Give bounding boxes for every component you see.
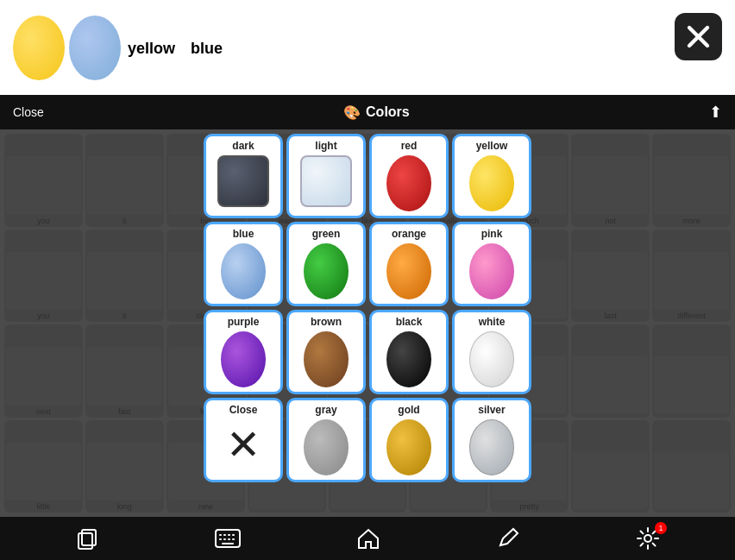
share-icon[interactable]: ⬆ [709, 103, 722, 122]
header-title-icon: 🎨 [343, 104, 361, 121]
gold-oval [386, 419, 431, 475]
svg-rect-8 [232, 534, 235, 536]
header-close-label[interactable]: Close [13, 105, 44, 119]
white-oval [469, 331, 514, 387]
color-cell-purple[interactable]: purple [204, 310, 283, 394]
color-label-gold: gold [398, 404, 419, 416]
color-label-white: white [479, 316, 506, 328]
svg-rect-13 [222, 543, 234, 544]
color-label-dark: dark [232, 140, 254, 152]
color-label-blue: blue [233, 228, 254, 240]
color-label-pink: pink [481, 228, 503, 240]
gray-oval [304, 419, 349, 475]
color-label-red: red [401, 140, 418, 152]
svg-rect-11 [228, 538, 230, 540]
color-cell-gray[interactable]: gray [286, 398, 366, 482]
dark-square [217, 155, 269, 207]
purple-oval [221, 331, 266, 387]
svg-rect-6 [223, 534, 226, 536]
color-label-green: green [312, 228, 341, 240]
keyboard-button[interactable] [215, 529, 241, 548]
color-label-close: Close [229, 404, 258, 416]
top-bar: yellow blue [0, 0, 735, 95]
pencil-button[interactable] [496, 526, 520, 551]
svg-rect-10 [223, 538, 226, 540]
light-square [300, 155, 352, 207]
black-oval [386, 331, 431, 387]
color-cell-red[interactable]: red [369, 134, 449, 218]
colors-popup: dark light red yellow blue green orange [204, 134, 531, 482]
settings-badge: 1 [655, 522, 667, 534]
color-cell-pink[interactable]: pink [452, 222, 531, 306]
color-cell-white[interactable]: white [452, 310, 531, 394]
header-title-group: 🎨 Colors [343, 104, 410, 121]
yellow-oval-container [13, 16, 65, 80]
color-cell-close[interactable]: Close ✕ [204, 398, 283, 482]
close-x-icon [683, 22, 713, 52]
top-ovals [13, 16, 121, 80]
keyboard-icon [215, 529, 241, 548]
home-button[interactable] [356, 526, 380, 551]
silver-oval [469, 419, 514, 475]
pink-oval [469, 243, 514, 299]
svg-rect-12 [232, 538, 235, 540]
oval-labels: yellow blue [121, 40, 223, 58]
blue-label: blue [191, 40, 223, 58]
color-cell-blue[interactable]: blue [204, 222, 283, 306]
yellow-oval [13, 16, 65, 80]
color-label-light: light [315, 140, 336, 152]
color-cell-black[interactable]: black [369, 310, 449, 394]
color-label-gray: gray [315, 404, 336, 416]
svg-rect-3 [82, 530, 96, 545]
color-cell-yellow[interactable]: yellow [452, 134, 531, 218]
red-oval [386, 155, 431, 211]
svg-rect-2 [79, 533, 92, 549]
close-x-button[interactable] [675, 13, 722, 60]
pencil-icon [496, 526, 520, 551]
blue-oval [69, 16, 121, 80]
header-title-text: Colors [366, 104, 410, 120]
main-area: you it big want like really much not mor… [0, 129, 735, 517]
color-cell-green[interactable]: green [286, 222, 366, 306]
color-cell-light[interactable]: light [286, 134, 366, 218]
svg-rect-5 [219, 534, 222, 536]
header-bar: Close 🎨 Colors ⬆ [0, 95, 735, 129]
svg-point-15 [644, 535, 651, 542]
svg-rect-7 [228, 534, 230, 536]
color-label-purple: purple [228, 316, 260, 328]
color-cell-orange[interactable]: orange [369, 222, 449, 306]
color-label-black: black [396, 316, 423, 328]
copy-icon [75, 526, 99, 551]
bottom-bar: 1 [0, 517, 735, 560]
yellow-oval-grid [469, 155, 514, 211]
yellow-label: yellow [128, 40, 175, 58]
color-cell-gold[interactable]: gold [369, 398, 449, 482]
settings-button[interactable]: 1 [636, 526, 660, 551]
blue-oval-container [69, 16, 121, 80]
home-icon [356, 526, 380, 551]
color-label-orange: orange [392, 228, 426, 240]
svg-rect-9 [219, 538, 222, 540]
color-label-yellow: yellow [476, 140, 508, 152]
copy-button[interactable] [75, 526, 99, 551]
color-label-silver: silver [478, 404, 505, 416]
color-cell-brown[interactable]: brown [286, 310, 366, 394]
orange-oval [386, 243, 431, 299]
blue-oval-grid [221, 243, 266, 299]
close-x-shape: ✕ [217, 419, 269, 471]
color-label-brown: brown [311, 316, 342, 328]
brown-oval [304, 331, 349, 387]
color-cell-silver[interactable]: silver [452, 398, 531, 482]
green-oval [304, 243, 349, 299]
color-cell-dark[interactable]: dark [204, 134, 283, 218]
